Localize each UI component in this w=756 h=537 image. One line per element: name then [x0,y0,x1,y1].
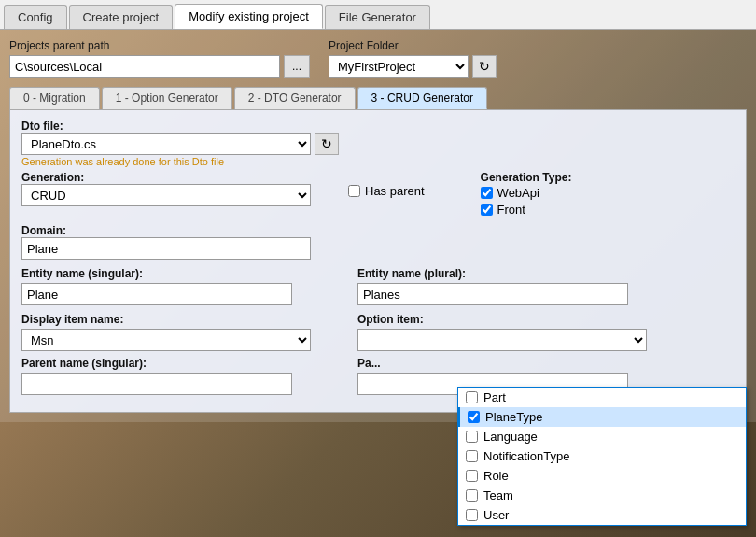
option-user-checkbox[interactable] [466,509,478,521]
option-item-col: Option item: [357,313,735,351]
tab-file-generator[interactable]: File Generator [325,5,430,29]
option-notificationtype-checkbox[interactable] [466,450,478,462]
generation-type-checkboxes: WebApi Front [481,186,572,217]
option-planetype-checkbox[interactable] [468,411,480,423]
domain-section: Domain: [21,224,735,260]
tab-crud-generator[interactable]: 3 - CRUD Generator [357,87,487,109]
entity-plural-col: Entity name (plural): [357,267,735,305]
option-item-part[interactable]: Part [458,388,746,407]
option-role-label: Role [483,469,509,483]
project-folder-row: MyFirstProject ↻ [329,55,497,78]
generation-select[interactable]: CRUD [21,184,311,206]
option-notificationtype-label: NotificationType [483,449,570,463]
dto-file-label: Dto file: [21,120,735,133]
content-area: Projects parent path ... Project Folder … [0,30,756,422]
webapi-label: WebApi [497,186,539,200]
entity-name-row: Entity name (singular): Entity name (plu… [21,267,735,305]
projects-parent-path-label: Projects parent path [9,39,310,52]
projects-parent-path-group: Projects parent path ... [9,39,310,78]
option-item-planetype[interactable]: PlaneType [458,407,746,427]
option-item-select[interactable] [357,329,647,351]
front-checkbox[interactable] [481,204,493,216]
dto-file-row: PlaneDto.cs ↻ [21,133,735,155]
parent-singular-input[interactable] [21,373,292,395]
display-item-select[interactable]: Msn [21,329,311,351]
dto-warning-text: Generation was already done for this Dto… [21,156,735,167]
display-item-col: Display item name: Msn [21,313,339,351]
option-role-checkbox[interactable] [466,470,478,482]
generation-col: Generation: CRUD [21,171,311,206]
tab-modify-existing-project[interactable]: Modify existing project [175,4,323,29]
option-item-notificationtype[interactable]: NotificationType [458,446,746,466]
parent-plural-label: Pa... [357,357,735,370]
entity-singular-col: Entity name (singular): [21,267,339,305]
entity-singular-label: Entity name (singular): [21,267,339,280]
project-folder-refresh-button[interactable]: ↻ [472,55,497,78]
project-folder-label: Project Folder [329,39,497,52]
projects-parent-path-row: ... [9,55,310,78]
projects-parent-path-input[interactable] [9,55,280,78]
webapi-checkbox[interactable] [481,187,493,199]
generation-type-label: Generation Type: [481,171,572,184]
domain-label: Domain: [21,224,735,237]
option-item-dropdown: Part PlaneType Language NotificationType… [457,387,747,526]
entity-plural-label: Entity name (plural): [357,267,735,280]
option-item-language[interactable]: Language [458,427,746,446]
has-parent-label: Has parent [365,184,425,198]
option-part-checkbox[interactable] [466,391,478,403]
display-item-label: Display item name: [21,313,339,326]
option-team-checkbox[interactable] [466,489,478,502]
entity-plural-input[interactable] [357,283,628,305]
inner-tab-bar: 0 - Migration 1 - Option Generator 2 - D… [9,87,747,110]
dto-file-section: Dto file: PlaneDto.cs ↻ Generation was a… [21,120,735,167]
option-user-label: User [483,508,509,522]
option-planetype-label: PlaneType [485,410,542,424]
project-folder-group: Project Folder MyFirstProject ↻ [329,39,497,78]
browse-button[interactable]: ... [284,55,310,78]
option-language-label: Language [483,430,538,444]
form-panel: Dto file: PlaneDto.cs ↻ Generation was a… [9,110,747,413]
has-parent-group: Has parent [348,184,425,198]
parent-singular-col: Parent name (singular): [21,357,339,395]
generation-row: Generation: CRUD Has parent Generation T… [21,171,735,217]
generation-label: Generation: [21,171,311,184]
tab-dto-generator[interactable]: 2 - DTO Generator [234,87,356,109]
option-language-checkbox[interactable] [466,431,478,443]
entity-singular-input[interactable] [21,283,292,305]
generation-type-col: Generation Type: WebApi Front [481,171,572,217]
tab-config[interactable]: Config [4,5,67,29]
display-option-row: Display item name: Msn Option item: [21,313,735,351]
parent-singular-label: Parent name (singular): [21,357,339,370]
option-item-label: Option item: [357,313,735,326]
option-item-team[interactable]: Team [458,486,746,505]
webapi-checkbox-item: WebApi [481,186,572,200]
project-folder-select[interactable]: MyFirstProject [329,55,469,78]
has-parent-checkbox[interactable] [348,185,360,197]
tab-migration[interactable]: 0 - Migration [9,87,100,109]
dto-file-select[interactable]: PlaneDto.cs [21,133,311,155]
top-tab-bar: Config Create project Modify existing pr… [0,0,756,30]
option-item-role[interactable]: Role [458,466,746,486]
front-label: Front [497,203,525,217]
path-section: Projects parent path ... Project Folder … [9,39,747,78]
option-team-label: Team [483,488,513,502]
dto-file-refresh-button[interactable]: ↻ [315,133,339,155]
option-item-user[interactable]: User [458,505,746,525]
tab-option-generator[interactable]: 1 - Option Generator [102,87,232,109]
option-part-label: Part [483,390,506,404]
tab-create-project[interactable]: Create project [69,5,174,29]
domain-input[interactable] [21,237,311,260]
front-checkbox-item: Front [481,203,572,217]
